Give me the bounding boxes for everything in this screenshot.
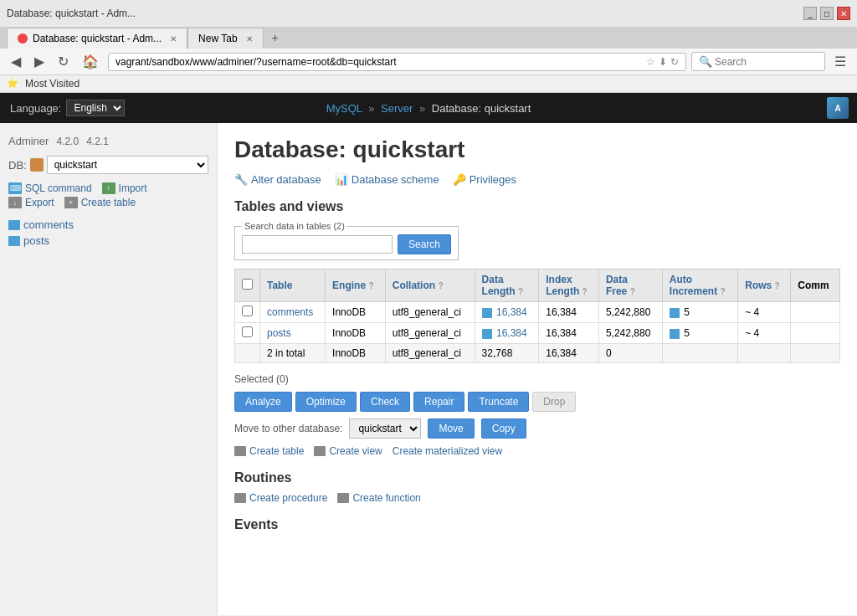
comment-col-header: Comm <box>791 270 840 302</box>
table-row: comments InnoDB utf8_general_ci 16,384 1… <box>235 302 840 323</box>
engine-help-icon: ? <box>368 281 373 290</box>
rows-help-icon: ? <box>775 281 780 290</box>
table-header-row: Table Engine ? Collation ? DataLength <box>235 270 840 302</box>
forward-button[interactable]: ▶ <box>30 52 49 71</box>
rows-sort-link[interactable]: Rows <box>745 280 772 291</box>
auto-increment-col-header: AutoIncrement ? <box>662 270 737 302</box>
total-data-length: 32,768 <box>475 344 539 363</box>
create-function-link[interactable]: Create function <box>337 492 420 504</box>
window-controls: _ □ ✕ <box>803 7 850 20</box>
menu-button[interactable]: ☰ <box>830 52 850 71</box>
comments-table-link[interactable]: comments <box>267 306 313 318</box>
data-free-sort-link[interactable]: DataFree <box>606 274 628 297</box>
auto-increment-sort-link[interactable]: AutoIncrement <box>670 274 717 297</box>
copy-button[interactable]: Copy <box>481 418 526 439</box>
search-tables-input[interactable] <box>242 235 393 254</box>
breadcrumb-server[interactable]: Server <box>381 102 413 115</box>
analyze-button[interactable]: Analyze <box>234 392 292 412</box>
table-sort-link[interactable]: Table <box>267 280 292 291</box>
restore-button[interactable]: □ <box>820 7 834 20</box>
move-db-select[interactable]: quickstart <box>349 418 421 439</box>
browser-search-input[interactable] <box>715 56 807 68</box>
engine-col-header: Engine ? <box>326 270 386 302</box>
engine-sort-link[interactable]: Engine <box>332 280 366 291</box>
tab-close-icon[interactable]: ✕ <box>170 34 177 44</box>
tab-adminer[interactable]: Database: quickstart - Adm... ✕ <box>7 28 187 49</box>
export-link[interactable]: ↓ Export <box>8 197 54 208</box>
row-index-length: 16,384 <box>539 323 599 344</box>
create-materialized-view-link[interactable]: Create materialized view <box>393 445 502 457</box>
action-buttons: Analyze Optimize Check Repair Truncate D… <box>234 392 840 412</box>
events-section: Events <box>234 517 840 532</box>
index-length-help-icon: ? <box>582 287 588 296</box>
minimize-button[interactable]: _ <box>803 7 817 20</box>
total-index-length: 16,384 <box>539 344 599 363</box>
row-checkbox-posts[interactable] <box>242 326 253 337</box>
app-layout: Adminer 4.2.0 4.2.1 DB: quickstart ⌨ SQL… <box>0 123 857 615</box>
import-link[interactable]: ↑ Import <box>102 182 147 194</box>
breadcrumb: MySQL » Server » Database: quickstart <box>326 102 531 115</box>
database-scheme-link[interactable]: 📊 Database scheme <box>335 173 439 186</box>
drop-button[interactable]: Drop <box>532 392 576 412</box>
rows-col-header: Rows ? <box>738 270 791 302</box>
row-checkbox-comments[interactable] <box>242 305 253 316</box>
new-tab-button[interactable]: + <box>264 27 287 49</box>
main-content: Database: quickstart 🔧 Alter database 📊 … <box>218 123 857 615</box>
total-label: 2 in total <box>260 344 326 363</box>
breadcrumb-mysql[interactable]: MySQL <box>326 102 362 115</box>
comments-data-length-link[interactable]: 16,384 <box>496 306 527 318</box>
posts-table-link[interactable]: posts <box>267 327 291 339</box>
create-view-link[interactable]: Create view <box>314 445 382 457</box>
data-length-sort-link[interactable]: DataLength <box>482 274 516 297</box>
language-select[interactable]: English <box>66 100 125 116</box>
db-select[interactable]: quickstart <box>47 156 208 174</box>
download-icon[interactable]: ⬇ <box>659 56 667 68</box>
create-view-icon <box>314 446 326 456</box>
selected-bar: Selected (0) <box>234 373 840 385</box>
row-comment <box>791 302 840 323</box>
routines-links: Create procedure Create function <box>234 492 840 504</box>
alter-database-link[interactable]: 🔧 Alter database <box>234 173 321 186</box>
close-button[interactable]: ✕ <box>837 7 850 20</box>
browser-chrome: Database: quickstart - Adm... _ □ ✕ Data… <box>0 0 857 93</box>
optimize-button[interactable]: Optimize <box>295 392 357 412</box>
move-label: Move to other database: <box>234 423 342 434</box>
create-table-sidebar-icon: + <box>64 197 78 208</box>
most-visited-link[interactable]: Most Visited <box>25 78 80 90</box>
check-button[interactable]: Check <box>360 392 410 412</box>
create-table-sidebar-link[interactable]: + Create table <box>64 197 136 208</box>
collation-sort-link[interactable]: Collation <box>393 280 435 291</box>
sql-command-link[interactable]: ⌨ SQL command <box>8 182 92 194</box>
tab-newtab-close-icon[interactable]: ✕ <box>246 34 253 44</box>
bookmarks-icon: ⭐ <box>7 78 18 90</box>
table-link-comments[interactable]: comments <box>8 218 208 231</box>
back-button[interactable]: ◀ <box>7 52 25 71</box>
tab-newtab[interactable]: New Tab ✕ <box>187 28 263 49</box>
bookmark-icon[interactable]: ☆ <box>646 56 655 68</box>
create-procedure-link[interactable]: Create procedure <box>234 492 327 504</box>
table-link-posts[interactable]: posts <box>8 234 208 247</box>
move-button[interactable]: Move <box>428 418 474 439</box>
privileges-link[interactable]: 🔑 Privileges <box>453 173 516 186</box>
refresh-small-icon[interactable]: ↻ <box>670 56 679 68</box>
data-length-icon <box>482 308 492 318</box>
row-table-name: comments <box>260 302 326 323</box>
row-auto-increment: 5 <box>662 302 737 323</box>
reload-button[interactable]: ↻ <box>54 52 73 71</box>
action-row-2: ↓ Export + Create table <box>8 197 208 208</box>
search-button[interactable]: Search <box>398 234 451 254</box>
row-index-length: 16,384 <box>539 302 599 323</box>
home-button[interactable]: 🏠 <box>78 52 103 71</box>
repair-button[interactable]: Repair <box>413 392 464 412</box>
url-input[interactable] <box>115 56 646 68</box>
index-length-sort-link[interactable]: IndexLength <box>546 274 579 297</box>
create-table-link[interactable]: Create table <box>234 445 304 457</box>
row-data-length: 16,384 <box>475 323 539 344</box>
posts-data-length-link[interactable]: 16,384 <box>496 327 527 339</box>
total-collation: utf8_general_ci <box>385 344 475 363</box>
truncate-button[interactable]: Truncate <box>468 392 529 412</box>
select-all-checkbox[interactable] <box>242 279 253 290</box>
data-length-help-icon: ? <box>518 287 523 296</box>
sidebar: Adminer 4.2.0 4.2.1 DB: quickstart ⌨ SQL… <box>0 123 218 615</box>
footer-links: Create table Create view Create material… <box>234 445 840 457</box>
